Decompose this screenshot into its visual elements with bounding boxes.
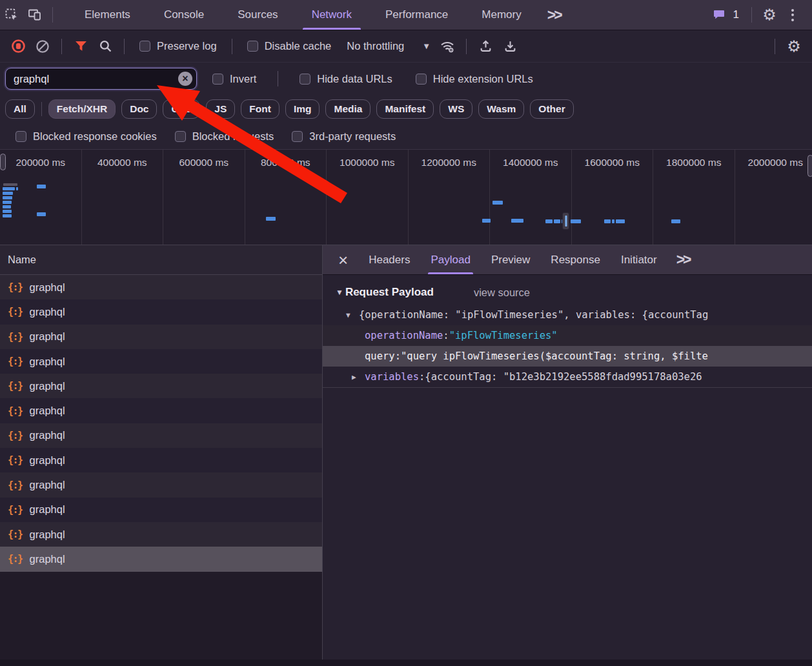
request-row[interactable]: {:}graphql: [0, 349, 322, 374]
device-toolbar-icon[interactable]: [23, 3, 46, 26]
timeline-activity-bar: [604, 219, 611, 223]
details-tabs: HeadersPayloadPreviewResponseInitiator: [358, 245, 667, 274]
request-row[interactable]: {:}graphql: [0, 299, 322, 324]
filter-chip-media[interactable]: Media: [325, 99, 370, 119]
checkbox-3rd-party-requests[interactable]: 3rd-party requests: [292, 130, 396, 143]
filter-chip-fetch-xhr[interactable]: Fetch/XHR: [48, 99, 116, 119]
network-conditions-icon[interactable]: [436, 35, 459, 58]
more-tabs-icon[interactable]: >>: [676, 251, 690, 268]
invert-checkbox[interactable]: Invert: [212, 73, 256, 85]
details-tab-response[interactable]: Response: [540, 245, 611, 274]
filter-chip-font[interactable]: Font: [241, 99, 279, 119]
more-tabs-icon[interactable]: >>: [547, 6, 561, 24]
checkbox-label: Blocked response cookies: [33, 130, 157, 143]
checkbox-blocked-response-cookies[interactable]: Blocked response cookies: [15, 130, 157, 143]
tab-network[interactable]: Network: [295, 0, 369, 30]
filter-chip-doc[interactable]: Doc: [121, 99, 157, 119]
payload-variables-row[interactable]: ▶variables: {accountTag: "b12e3b2192ee55…: [323, 367, 812, 387]
timeline-column: 1800000 ms: [653, 150, 735, 245]
tab-sources[interactable]: Sources: [221, 0, 294, 30]
section-expanded-icon[interactable]: ▼: [336, 288, 343, 297]
checkbox-box[interactable]: [292, 131, 303, 142]
payload-operation-name-row[interactable]: operationName: "ipFlowTimeseries": [323, 325, 812, 346]
view-source-link[interactable]: view source: [474, 287, 530, 299]
import-har-icon[interactable]: [474, 35, 497, 58]
clear-network-log-icon[interactable]: [31, 35, 54, 58]
request-type-filters: AllFetch/XHRDocCSSJSFontImgMediaManifest…: [0, 95, 812, 123]
checkbox-box[interactable]: [175, 131, 186, 142]
tab-memory[interactable]: Memory: [465, 0, 538, 30]
hide-data-urls-checkbox[interactable]: Hide data URLs: [299, 73, 392, 85]
export-har-icon[interactable]: [498, 35, 522, 58]
filter-chip-wasm[interactable]: Wasm: [478, 99, 524, 119]
checkbox-box[interactable]: [299, 74, 310, 85]
request-row[interactable]: {:}graphql: [0, 325, 322, 349]
name-column-header[interactable]: Name: [0, 245, 322, 275]
payload-tree: ▼{operationName: "ipFlowTimeseries", var…: [323, 305, 812, 388]
tab-console[interactable]: Console: [147, 0, 221, 30]
filter-funnel-icon[interactable]: [69, 35, 92, 58]
timeline-tick-label: 1400000 ms: [503, 157, 558, 168]
disclosure-collapsed-icon[interactable]: ▶: [352, 373, 365, 381]
tab-performance[interactable]: Performance: [369, 0, 465, 30]
timeline-column: 1400000 ms: [490, 150, 572, 245]
record-network-log-icon[interactable]: [6, 35, 30, 58]
settings-gear-icon[interactable]: ⚙: [758, 3, 781, 26]
timeline-column: 2000000 ms: [735, 150, 812, 245]
timeline-activity-bar: [37, 185, 46, 188]
disclosure-expanded-icon[interactable]: ▼: [346, 311, 359, 319]
inspect-element-icon[interactable]: [0, 3, 23, 26]
checkbox-box[interactable]: [416, 74, 427, 85]
timeline-tick-label: 1200000 ms: [421, 157, 476, 168]
filter-chip-other[interactable]: Other: [530, 99, 573, 119]
payload-text: :: [419, 371, 425, 383]
payload-summary-row[interactable]: ▼{operationName: "ipFlowTimeseries", var…: [323, 305, 812, 325]
close-icon[interactable]: ×: [336, 252, 350, 268]
filter-chip-ws[interactable]: WS: [440, 99, 472, 119]
filter-chip-css[interactable]: CSS: [163, 99, 200, 119]
filter-chip-img[interactable]: Img: [285, 99, 320, 119]
filter-input-value[interactable]: graphql: [14, 73, 178, 85]
network-split-view: Name {:}graphql{:}graphql{:}graphql{:}gr…: [0, 245, 812, 660]
checkbox-blocked-requests[interactable]: Blocked requests: [175, 130, 274, 143]
payload-query-row[interactable]: query: "query ipFlowTimeseries($accountT…: [323, 346, 812, 367]
request-row[interactable]: {:}graphql: [0, 374, 322, 398]
filter-chip-all[interactable]: All: [5, 99, 35, 119]
network-overview-timeline[interactable]: 200000 ms400000 ms600000 ms800000 ms1000…: [0, 150, 812, 245]
filter-chip-js[interactable]: JS: [206, 99, 235, 119]
disable-cache-checkbox[interactable]: Disable cache: [247, 40, 332, 52]
clear-filter-icon[interactable]: ×: [178, 72, 192, 86]
divider: [775, 39, 775, 54]
filter-input[interactable]: graphql ×: [5, 68, 197, 90]
tab-elements[interactable]: Elements: [68, 0, 147, 30]
details-tab-initiator[interactable]: Initiator: [611, 245, 667, 274]
issues-message-icon[interactable]: [707, 3, 731, 26]
request-name: graphql: [30, 529, 65, 541]
checkbox-box[interactable]: [212, 74, 223, 85]
checkbox-box[interactable]: [247, 41, 258, 52]
request-row[interactable]: {:}graphql: [0, 472, 322, 497]
throttling-select[interactable]: No throttling ▼: [347, 40, 431, 52]
request-row[interactable]: {:}graphql: [0, 547, 322, 571]
network-settings-gear-icon[interactable]: ⚙: [782, 35, 806, 58]
request-details-panel: × HeadersPayloadPreviewResponseInitiator…: [323, 245, 812, 660]
request-row[interactable]: {:}graphql: [0, 448, 322, 472]
checkbox-box[interactable]: [139, 41, 150, 52]
details-tab-payload[interactable]: Payload: [420, 245, 480, 274]
search-icon[interactable]: [94, 35, 117, 58]
hide-extension-urls-checkbox[interactable]: Hide extension URLs: [416, 73, 533, 85]
details-tab-preview[interactable]: Preview: [481, 245, 540, 274]
kebab-menu-icon[interactable]: [781, 3, 804, 26]
request-row[interactable]: {:}graphql: [0, 522, 322, 547]
details-tab-headers[interactable]: Headers: [358, 245, 420, 274]
request-row[interactable]: {:}graphql: [0, 498, 322, 522]
timeline-activity-bar: [492, 201, 503, 205]
request-row[interactable]: {:}graphql: [0, 398, 322, 423]
filter-chip-manifest[interactable]: Manifest: [376, 99, 434, 119]
checkbox-box[interactable]: [15, 131, 26, 142]
request-row[interactable]: {:}graphql: [0, 423, 322, 448]
json-request-icon: {:}: [8, 529, 23, 540]
preserve-log-checkbox[interactable]: Preserve log: [139, 40, 217, 52]
request-row[interactable]: {:}graphql: [0, 275, 322, 299]
json-request-icon: {:}: [8, 380, 23, 392]
